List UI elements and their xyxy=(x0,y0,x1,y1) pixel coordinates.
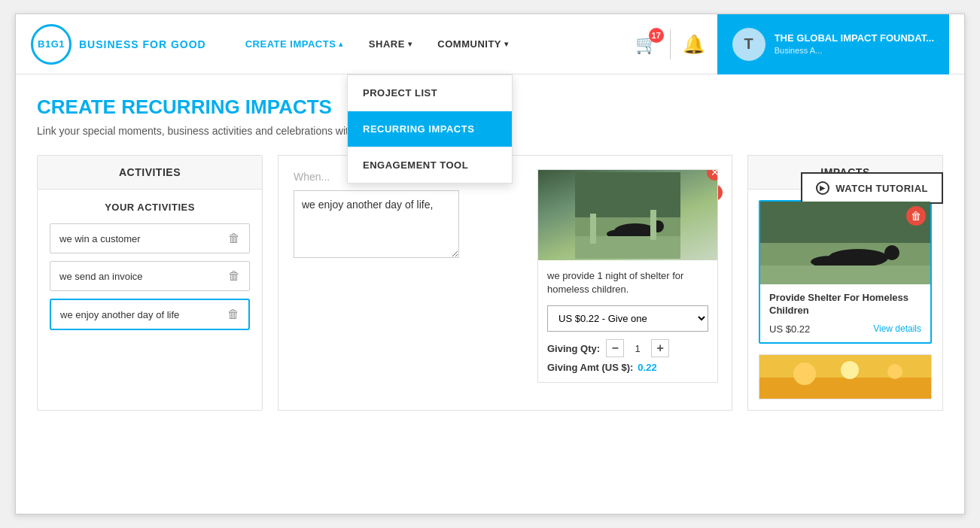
impact-image-visual xyxy=(538,170,717,260)
dropdown-item-recurring-impacts[interactable]: RECURRING IMPACTS xyxy=(348,111,512,147)
header: B1G1 BUSINESS FOR GOOD CREATE IMPACTS ▴ … xyxy=(16,14,964,74)
bell-icon: 🔔 xyxy=(683,34,705,54)
create-impacts-dropdown: PROJECT LIST RECURRING IMPACTS ENGAGEMEN… xyxy=(347,74,513,184)
svg-rect-7 xyxy=(590,214,596,244)
watch-tutorial-label: WATCH TUTORIAL xyxy=(835,183,928,194)
svg-point-20 xyxy=(887,364,902,379)
activities-panel-header: ACTIVITIES xyxy=(38,156,262,190)
chevron-down-icon: ▾ xyxy=(408,40,412,48)
nav-share[interactable]: SHARE ▾ xyxy=(360,32,422,56)
activity-item-send-invoice[interactable]: we send an invoice 🗑 xyxy=(50,261,250,291)
svg-rect-8 xyxy=(650,210,656,240)
avatar: T xyxy=(732,28,765,61)
your-activities-label: YOUR ACTIVITIES xyxy=(50,202,250,213)
second-impact-thumbnail[interactable] xyxy=(759,354,932,399)
svg-rect-17 xyxy=(759,378,932,399)
impact-card: ✕ we provide 1 night of shelter for home… xyxy=(537,169,718,383)
delete-impact-button[interactable]: 🗑 xyxy=(906,206,926,226)
logo-area: B1G1 BUSINESS FOR GOOD xyxy=(31,24,206,65)
nav-community[interactable]: COMMUNITY ▾ xyxy=(428,32,517,56)
play-icon: ▶ xyxy=(816,181,829,195)
chevron-up-icon: ▴ xyxy=(339,40,343,48)
nav-create-impacts[interactable]: CREATE IMPACTS ▴ xyxy=(236,32,352,56)
user-subtitle: Business A... xyxy=(775,45,934,56)
impact-photo-svg xyxy=(575,172,680,259)
giving-amt-label: Giving Amt (US $): xyxy=(547,362,633,373)
giving-qty-row: Giving Qty: − 1 + xyxy=(547,339,708,357)
qty-decrease-button[interactable]: − xyxy=(606,339,624,357)
user-name: THE GLOBAL IMPACT FOUNDAT... xyxy=(775,32,934,45)
dropdown-item-project-list[interactable]: PROJECT LIST xyxy=(348,75,512,111)
delete-icon[interactable]: 🗑 xyxy=(228,269,240,283)
user-area[interactable]: T THE GLOBAL IMPACT FOUNDAT... Business … xyxy=(717,14,949,74)
second-impact-photo xyxy=(759,355,932,399)
header-icons: 🛒 17 🔔 xyxy=(635,29,705,59)
activity-item-win-customer[interactable]: we win a customer 🗑 xyxy=(50,223,250,253)
middle-panel: When... we enjoy another day of life, ✕ xyxy=(278,155,732,411)
impact-image: ✕ xyxy=(538,170,717,260)
activities-panel-body: YOUR ACTIVITIES we win a customer 🗑 we s… xyxy=(38,190,262,350)
brand-name: BUSINESS FOR GOOD xyxy=(79,38,206,50)
nav-community-label: COMMUNITY xyxy=(437,38,501,50)
user-info: THE GLOBAL IMPACT FOUNDAT... Business A.… xyxy=(775,32,934,57)
impact-description: we provide 1 night of shelter for homele… xyxy=(547,269,708,296)
impact-thumb-image: 🗑 xyxy=(760,202,930,284)
dropdown-item-engagement-tool[interactable]: ENGAGEMENT TOOL xyxy=(348,147,512,183)
activity-item-enjoy-day[interactable]: we enjoy another day of life 🗑 xyxy=(50,299,250,330)
qty-value: 1 xyxy=(630,343,645,354)
giving-amt-value: 0.22 xyxy=(638,362,656,373)
activity-textarea[interactable]: we enjoy another day of life, xyxy=(294,190,459,258)
svg-point-18 xyxy=(793,363,816,385)
delete-icon[interactable]: 🗑 xyxy=(227,308,239,321)
header-divider xyxy=(670,29,671,59)
svg-rect-10 xyxy=(760,202,932,243)
nav-share-label: SHARE xyxy=(369,38,405,50)
activity-text: we enjoy another day of life xyxy=(60,309,179,320)
logo-text: B1G1 xyxy=(38,38,65,50)
cart-button[interactable]: 🛒 17 xyxy=(635,34,658,55)
giving-amt-row: Giving Amt (US $): 0.22 xyxy=(547,362,708,373)
view-details-link[interactable]: View details xyxy=(873,323,921,334)
delete-icon[interactable]: 🗑 xyxy=(228,232,240,245)
svg-point-13 xyxy=(884,245,899,260)
bell-button[interactable]: 🔔 xyxy=(683,34,705,55)
impact-thumbnail-card: 🗑 Provide Shelter For Homeless Children … xyxy=(759,200,932,344)
impact-card-body: we provide 1 night of shelter for homele… xyxy=(538,260,717,382)
giving-select[interactable]: US $0.22 - Give one xyxy=(547,305,708,332)
impact-thumb-footer: US $0.22 View details xyxy=(769,323,921,335)
activity-text: we win a customer xyxy=(59,233,141,244)
impact-price: US $0.22 xyxy=(769,323,810,335)
impact-thumb-body: Provide Shelter For Homeless Children US… xyxy=(760,284,930,342)
svg-point-19 xyxy=(841,361,859,379)
svg-rect-1 xyxy=(575,172,680,217)
nav-create-impacts-label: CREATE IMPACTS xyxy=(245,38,336,50)
qty-increase-button[interactable]: + xyxy=(651,339,669,357)
watch-tutorial-button[interactable]: ▶ WATCH TUTORIAL xyxy=(801,172,943,204)
logo-icon: B1G1 xyxy=(31,24,72,65)
activities-panel: ACTIVITIES YOUR ACTIVITIES we win a cust… xyxy=(37,155,263,411)
second-impact-image xyxy=(759,355,931,399)
nav-area: CREATE IMPACTS ▴ SHARE ▾ COMMUNITY ▾ xyxy=(236,32,635,56)
svg-rect-15 xyxy=(760,266,932,284)
giving-qty-label: Giving Qty: xyxy=(547,343,600,354)
chevron-down-icon: ▾ xyxy=(504,40,509,48)
impact-thumb-title: Provide Shelter For Homeless Children xyxy=(769,292,921,317)
activity-text: we send an invoice xyxy=(59,271,143,282)
cart-badge: 17 xyxy=(649,28,664,43)
